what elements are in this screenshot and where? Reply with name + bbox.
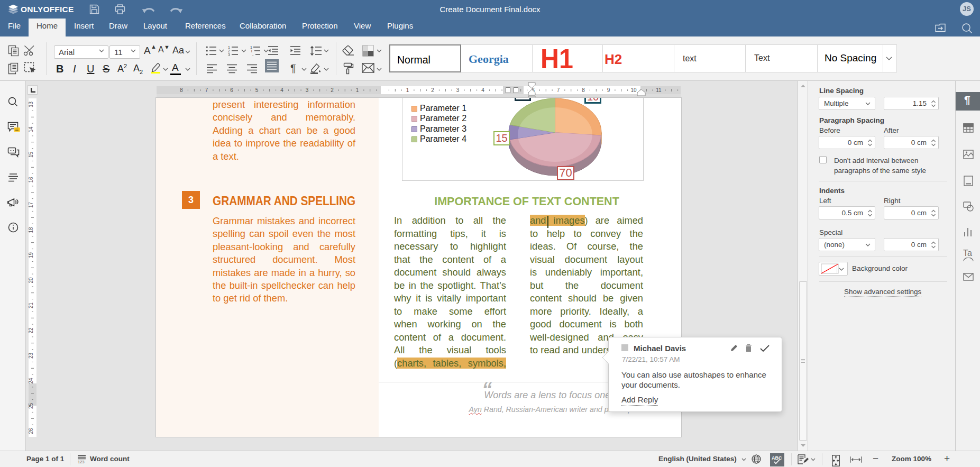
- svg-text:ABC: ABC: [772, 455, 782, 461]
- svg-text:18: 18: [29, 227, 34, 233]
- svg-text:3: 3: [456, 87, 460, 93]
- svg-text:10: 10: [630, 87, 637, 93]
- svg-text:7: 7: [557, 87, 560, 93]
- svg-text:11: 11: [656, 87, 662, 93]
- svg-text:-: -: [252, 53, 254, 56]
- svg-text:16: 16: [29, 177, 34, 183]
- svg-text:1: 1: [406, 87, 409, 93]
- svg-text:17: 17: [29, 202, 34, 208]
- svg-text:4: 4: [481, 87, 484, 93]
- svg-text:3: 3: [228, 53, 230, 56]
- svg-text:8: 8: [180, 87, 183, 93]
- svg-text:7: 7: [205, 87, 208, 93]
- svg-text:6: 6: [230, 87, 233, 93]
- svg-text:3: 3: [306, 87, 309, 93]
- svg-text:123: 123: [78, 460, 85, 464]
- svg-text:2: 2: [228, 49, 230, 53]
- svg-text:15: 15: [29, 152, 34, 158]
- svg-text:1: 1: [356, 87, 359, 93]
- svg-text:2: 2: [431, 87, 434, 93]
- svg-text:4: 4: [280, 87, 283, 93]
- svg-text:1: 1: [250, 45, 252, 49]
- svg-text:9: 9: [607, 87, 610, 93]
- svg-text:1: 1: [228, 45, 230, 49]
- svg-text:19: 19: [29, 252, 34, 259]
- svg-text:24: 24: [29, 378, 34, 384]
- svg-text:13: 13: [29, 102, 34, 108]
- svg-text:2: 2: [331, 87, 334, 93]
- svg-text:14: 14: [29, 126, 34, 133]
- svg-text:26: 26: [29, 428, 34, 434]
- svg-text:8: 8: [582, 87, 585, 93]
- svg-text:21: 21: [29, 303, 34, 309]
- svg-text:22: 22: [29, 327, 34, 334]
- svg-text:20: 20: [29, 277, 34, 283]
- svg-text:i: i: [251, 49, 252, 53]
- svg-text:23: 23: [29, 353, 34, 359]
- svg-text:25: 25: [29, 403, 34, 409]
- svg-text:5: 5: [255, 87, 259, 93]
